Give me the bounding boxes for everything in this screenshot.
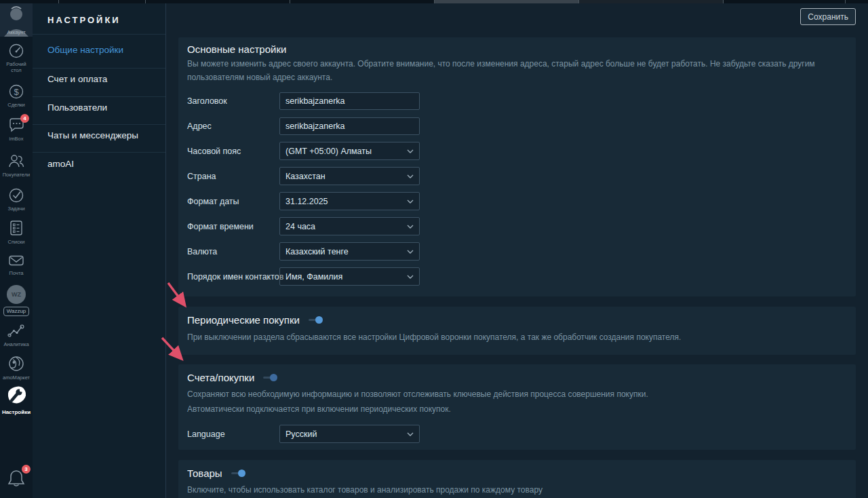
select-value: Казахстан xyxy=(285,172,326,181)
sidebar-item-general-settings[interactable]: Общие настройки xyxy=(47,45,159,55)
field-label: Валюта xyxy=(187,247,279,256)
section-title: Счета/покупки xyxy=(187,372,254,383)
divider xyxy=(33,124,165,125)
top-strip-divider xyxy=(845,0,846,3)
periodic-purchases-toggle[interactable] xyxy=(309,316,323,324)
chevron-down-icon xyxy=(407,250,414,254)
select-value: Казахский тенге xyxy=(285,247,349,256)
form-row: Валюта Казахский тенге xyxy=(187,243,847,261)
section-general-settings: Основные настройки Вы можете изменить ад… xyxy=(178,37,856,296)
sidebar-item-label: Wazzup xyxy=(3,307,30,316)
sidebar-item-mail[interactable]: Почта xyxy=(0,252,33,276)
field-label: Формат времени xyxy=(187,222,279,231)
sidebar-item-tasks[interactable]: Задачи xyxy=(0,187,33,212)
top-strip-active-segment xyxy=(434,0,578,3)
form-row: Адрес xyxy=(187,117,847,135)
section-title: Товары xyxy=(187,467,222,479)
chevron-down-icon xyxy=(407,275,414,279)
field-label: Формат даты xyxy=(187,197,279,206)
select-value: Русский xyxy=(285,429,317,439)
sidebar-item-wazzup[interactable]: WZ Wazzup xyxy=(0,285,33,316)
title-field[interactable] xyxy=(279,92,420,110)
top-strip-divider xyxy=(578,0,579,3)
sidebar-item-label: imBox xyxy=(0,136,33,142)
sidebar-item-lists[interactable]: Списки xyxy=(0,218,33,245)
currency-select[interactable]: Казахский тенге xyxy=(279,242,420,261)
app-window: Аккаунт Рабочий стол $ Сделки xyxy=(0,0,868,498)
sidebar-item-customers[interactable]: Покупатели xyxy=(0,152,33,178)
toggle-knob xyxy=(315,316,323,324)
sidebar-item-analytics[interactable]: Аналитика xyxy=(0,322,33,347)
address-field[interactable] xyxy=(279,117,420,135)
sidebar-item-settings[interactable]: Настройки xyxy=(0,385,33,416)
sidebar-item-label: Задачи xyxy=(0,206,33,212)
chart-icon xyxy=(0,322,33,340)
timezone-select[interactable]: (GMT +05:00) Алматы xyxy=(279,142,420,160)
svg-text:$: $ xyxy=(14,87,19,97)
section-description: При выключении раздела сбрасываются все … xyxy=(187,330,847,344)
section-description: Включите, чтобы использовать каталог тов… xyxy=(187,483,847,497)
form-row: Language Русский xyxy=(187,425,847,443)
sidebar-item-notifications[interactable]: 3 xyxy=(0,467,33,491)
section-products: Товары Включите, чтобы использовать ката… xyxy=(178,460,856,498)
field-label: Часовой пояс xyxy=(187,147,279,156)
top-strip-divider xyxy=(145,0,146,3)
invoices-purchases-toggle[interactable] xyxy=(263,374,277,381)
time-format-select[interactable]: 24 часа xyxy=(279,217,420,235)
sidebar-item-desktop[interactable]: Рабочий стол xyxy=(0,42,33,74)
chevron-down-icon xyxy=(407,432,414,436)
sidebar-item-label: Аналитика xyxy=(0,341,33,347)
sidebar-item-label: Почта xyxy=(0,270,33,276)
form-row: Страна Казахстан xyxy=(187,168,847,185)
field-label: Language xyxy=(187,429,279,439)
sidebar-item-label: Списки xyxy=(0,239,33,245)
main-content: Сохранить Основные настройки Вы можете и… xyxy=(166,3,868,498)
sidebar-item-billing[interactable]: Счет и оплата xyxy=(47,74,159,84)
save-button[interactable]: Сохранить xyxy=(800,8,856,25)
top-strip-segment xyxy=(578,0,723,3)
wrench-icon xyxy=(0,385,33,408)
toggle-knob xyxy=(270,374,277,381)
sidebar-item-amomarket[interactable]: amoМаркет xyxy=(0,354,33,381)
select-value: 24 часа xyxy=(285,222,315,231)
chevron-down-icon xyxy=(407,149,414,153)
divider xyxy=(33,68,165,69)
sidebar-item-amoai[interactable]: amoAI xyxy=(47,159,159,169)
date-format-select[interactable]: 31.12.2025 xyxy=(279,192,420,210)
main-sidebar: Аккаунт Рабочий стол $ Сделки xyxy=(0,3,33,498)
sidebar-item-deals[interactable]: $ Сделки xyxy=(0,83,33,108)
list-icon xyxy=(0,218,33,237)
name-order-select[interactable]: Имя, Фамилия xyxy=(279,267,420,286)
notifications-badge: 3 xyxy=(22,465,31,474)
section-description-line2: Автоматически подключается при включении… xyxy=(187,402,847,416)
select-value: 31.12.2025 xyxy=(285,197,328,206)
field-label: Адрес xyxy=(187,121,279,131)
products-toggle[interactable] xyxy=(231,470,245,477)
check-icon xyxy=(0,187,33,204)
field-label: Страна xyxy=(187,172,279,181)
country-select[interactable]: Казахстан xyxy=(279,167,420,185)
language-select[interactable]: Русский xyxy=(279,425,420,443)
chevron-down-icon xyxy=(407,174,414,178)
form-row: Часовой пояс (GMT +05:00) Алматы xyxy=(187,142,847,160)
section-title: Периодические покупки xyxy=(187,314,300,326)
sidebar-item-chats-messengers[interactable]: Чаты и мессенджеры xyxy=(47,130,159,140)
sidebar-item-label: Покупатели xyxy=(0,172,33,178)
sidebar-item-account[interactable]: Аккаунт xyxy=(0,3,33,37)
section-title: Основные настройки xyxy=(187,37,847,55)
sidebar-item-imbox[interactable]: 4 imBox xyxy=(0,117,33,142)
field-label: Порядок имен контактов xyxy=(187,272,279,282)
divider xyxy=(33,96,165,97)
sidebar-item-users[interactable]: Пользователи xyxy=(47,102,159,113)
form-row: Формат времени 24 часа xyxy=(187,218,847,235)
sidebar-item-label: Настройки xyxy=(0,409,33,416)
top-strip-divider xyxy=(434,0,435,3)
divider xyxy=(33,152,165,153)
select-value: (GMT +05:00) Алматы xyxy=(285,147,372,156)
settings-sidebar-title: НАСТРОЙКИ xyxy=(47,15,121,25)
chevron-down-icon xyxy=(407,199,414,204)
top-strip-divider xyxy=(58,0,59,3)
top-strip xyxy=(0,0,868,3)
divider xyxy=(33,34,165,35)
section-invoices-purchases: Счета/покупки Сохраняют всю необходимую … xyxy=(178,364,856,450)
